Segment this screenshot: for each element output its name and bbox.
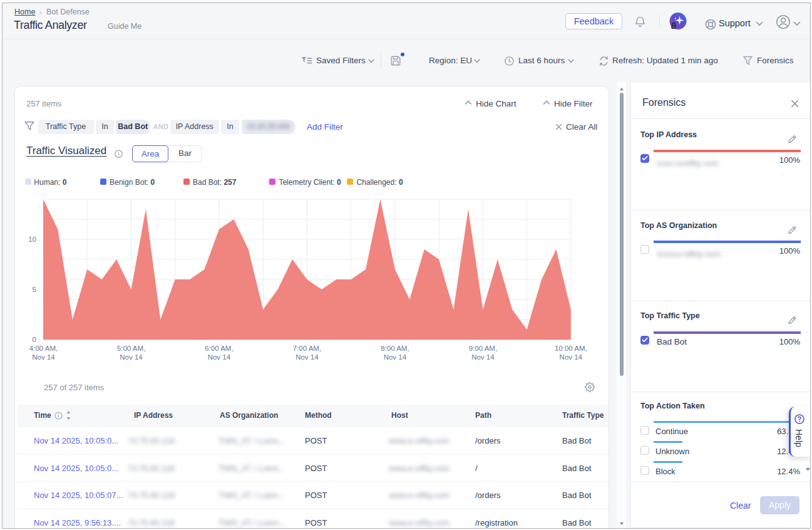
svg-text:10: 10 [28,236,36,243]
svg-text:8:00 AM,: 8:00 AM, [381,345,409,352]
svg-text:Nov 14: Nov 14 [296,353,319,361]
svg-text:10:00 AM,: 10:00 AM, [555,345,587,352]
svg-text:5: 5 [33,286,36,293]
svg-text:9:00 AM,: 9:00 AM, [469,345,497,352]
svg-text:4:00 AM,: 4:00 AM, [29,345,58,352]
svg-text:Nov 14: Nov 14 [32,353,55,361]
svg-text:6:00 AM,: 6:00 AM, [205,345,233,352]
svg-text:Nov 14: Nov 14 [471,353,495,361]
svg-text:Nov 14: Nov 14 [560,353,583,361]
svg-text:Nov 14: Nov 14 [208,353,231,361]
svg-text:0: 0 [33,336,36,343]
svg-text:5:00 AM,: 5:00 AM, [117,345,145,352]
svg-text:7:00 AM,: 7:00 AM, [293,345,321,352]
svg-text:Nov 14: Nov 14 [384,353,407,361]
svg-text:Nov 14: Nov 14 [120,353,143,361]
